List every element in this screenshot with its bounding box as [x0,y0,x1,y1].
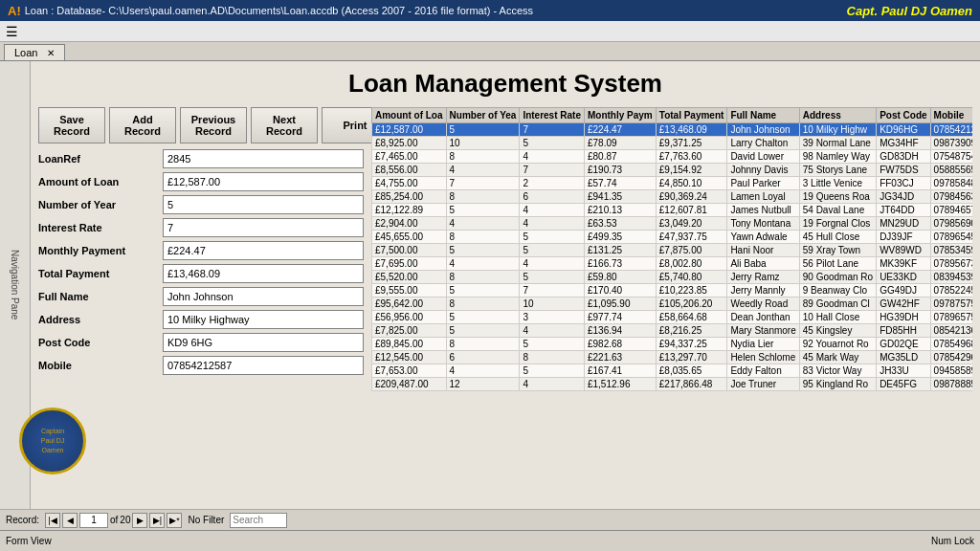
table-cell: £209,487.00 [372,378,447,391]
table-cell: Yawn Adwale [727,231,799,244]
title-bar-left: A! Loan : Database- C:\Users\paul.oamen.… [8,4,533,18]
table-row[interactable]: £45,655.0085£499.35£47,937.75Yawn Adwale… [372,231,973,244]
table-row[interactable]: £12,545.0068£221.63£13,297.70Helen Schlo… [372,351,973,364]
table-cell: 6 [520,190,585,204]
table-cell: Paul Parker [727,177,799,190]
table-row[interactable]: £8,925.00105£78.09£9,371.25Larry Chalton… [372,137,973,150]
interest-input[interactable] [163,218,364,237]
table-cell: James Nutbull [727,204,799,217]
loan-tab[interactable]: Loan ✕ [4,44,65,60]
table-cell: 10 Milky Highw [799,123,876,137]
table-row[interactable]: £2,904.0044£63.53£3,049.20Tony Montana19… [372,217,973,231]
table-cell: FF03CJ [877,177,930,190]
amount-input[interactable] [163,172,364,191]
table-row[interactable]: £4,755.0072£57.74£4,850.10Paul Parker3 L… [372,177,973,190]
monthly-input[interactable] [163,241,364,260]
table-cell: £90,369.24 [656,190,727,204]
table-cell: JG34JD [877,190,930,204]
table-cell: Johnny Davis [727,164,799,177]
table-cell: 7 [520,164,585,177]
table-row[interactable]: £5,520.0085£59.80£5,740.80Jerry Ramz90 G… [372,271,973,284]
table-cell: £166.73 [584,257,656,271]
access-bar: ☰ [0,21,980,42]
table-row[interactable]: £7,653.0045£167.41£8,035.65Eddy Falton83… [372,364,973,378]
table-cell: GW42HF [877,298,930,311]
ribbon-icon: ☰ [6,24,18,39]
table-row[interactable]: £12,122.8954£210.13£12,607.81James Nutbu… [372,204,973,217]
fullname-input[interactable] [163,287,364,306]
interest-label: Interest Rate [38,222,163,233]
table-cell: 09787575741 [930,298,972,311]
table-cell: FD85HH [877,324,930,338]
current-record-input[interactable] [79,513,108,528]
address-input[interactable] [163,310,364,329]
postcode-label: Post Code [38,337,163,348]
last-record-btn[interactable]: ▶| [149,513,165,528]
table-row[interactable]: £56,956.0053£977.74£58,664.68Dean Jontha… [372,311,973,324]
new-record-btn[interactable]: ▶* [167,513,182,528]
table-cell: £9,555.00 [372,284,447,298]
mobile-input[interactable] [163,356,364,375]
table-cell: 4 [520,257,585,271]
num-lock-label: Num Lock [931,536,974,546]
table-cell: 95 Kingland Ro [799,378,876,391]
table-cell: 6 [446,351,520,364]
table-cell: £12,545.00 [372,351,447,364]
next-record-btn[interactable]: ▶ [132,513,147,528]
table-cell: KD96HG [877,123,930,137]
prev-record-btn[interactable]: ◀ [62,513,78,528]
table-cell: Jerry Mannly [727,284,799,298]
table-cell: £941.35 [584,190,656,204]
table-cell: 56 Pilot Lane [799,257,876,271]
table-cell: John Johnson [727,123,799,137]
table-cell: 10 Hall Close [799,311,876,324]
table-row[interactable]: £12,587.0057£224.47£13,468.09John Johnso… [372,123,973,137]
table-cell: £7,695.00 [372,257,447,271]
table-row[interactable]: £7,825.0054£136.94£8,216.25Mary Stanmore… [372,324,973,338]
table-cell: 8 [446,271,520,284]
add-record-button[interactable]: Add Record [109,107,176,143]
table-row[interactable]: £7,465.0084£80.87£7,763.60David Lower98 … [372,150,973,164]
table-row[interactable]: £7,695.0044£166.73£8,002.80Ali Baba56 Pi… [372,257,973,271]
table-cell: 5 [520,244,585,257]
previous-record-button[interactable]: Previous Record [180,107,247,143]
table-cell: David Lower [727,150,799,164]
right-panel: Amount of Loa Number of Yea Interest Rat… [371,107,972,505]
table-cell: DE45FG [877,378,930,391]
table-cell: 07854212587 [930,123,972,137]
table-row[interactable]: £9,555.0057£170.40£10,223.85Jerry Mannly… [372,284,973,298]
search-input[interactable] [230,513,287,528]
first-record-btn[interactable]: |◀ [45,513,60,528]
table-cell: £12,587.00 [372,123,447,137]
table-cell: £8,556.00 [372,164,447,177]
table-cell: £1,095.90 [584,298,656,311]
loanref-input[interactable] [163,149,364,168]
table-cell: 3 [520,311,585,324]
table-row[interactable]: £95,642.00810£1,095.90£105,206.20Weedly … [372,298,973,311]
table-cell: 3 Little Venice [799,177,876,190]
table-cell: MG35LD [877,351,930,364]
table-row[interactable]: £209,487.00124£1,512.96£217,866.48Joe Tr… [372,378,973,391]
table-cell: 4 [520,150,585,164]
total-input[interactable] [163,264,364,283]
tab-close-icon[interactable]: ✕ [47,48,55,58]
title-bar: A! Loan : Database- C:\Users\paul.oamen.… [0,0,980,21]
table-cell: 8 [446,150,520,164]
years-input[interactable] [163,195,364,214]
table-cell: 5 [446,284,520,298]
table-cell: GD02QE [877,338,930,351]
next-record-button[interactable]: Next Record [251,107,318,143]
table-row[interactable]: £8,556.0047£190.73£9,154.92Johnny Davis7… [372,164,973,177]
table-row[interactable]: £85,254.0086£941.35£90,369.24Lamen Loyal… [372,190,973,204]
table-cell: £136.94 [584,324,656,338]
table-cell: £9,154.92 [656,164,727,177]
postcode-input[interactable] [163,333,364,352]
table-cell: £57.74 [584,177,656,190]
table-row[interactable]: £89,845.0085£982.68£94,337.25Nydia Lier9… [372,338,973,351]
save-record-button[interactable]: Save Record [38,107,105,143]
table-row[interactable]: £7,500.0055£131.25£7,875.00Hani Noor59 X… [372,244,973,257]
table-cell: Dean Jonthan [727,311,799,324]
window-title: Loan : Database- C:\Users\paul.oamen.AD\… [25,5,533,16]
table-cell: £10,223.85 [656,284,727,298]
table-cell: Tony Montana [727,217,799,231]
